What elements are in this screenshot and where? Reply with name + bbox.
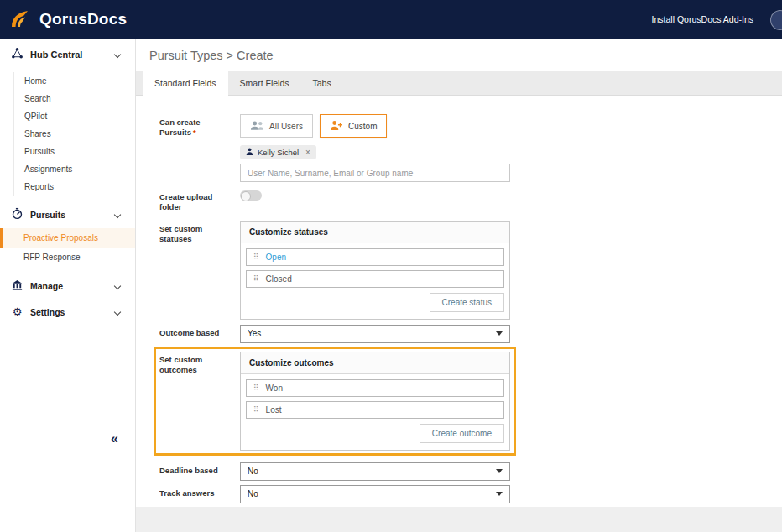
chevron-down-icon bbox=[114, 282, 121, 289]
deadline-based-dropdown[interactable]: No bbox=[240, 462, 510, 481]
page-header: Pursuit Types > Create bbox=[136, 39, 782, 71]
custom-button[interactable]: Custom bbox=[320, 114, 387, 138]
tab-tabs[interactable]: Tabs bbox=[300, 71, 342, 95]
outcome-item-lost[interactable]: ⠿ Lost bbox=[246, 401, 504, 419]
sidebar-item-rfp-response[interactable]: RFP Response bbox=[0, 248, 135, 267]
status-item-label: Closed bbox=[266, 274, 292, 284]
outcome-based-row: Outcome based Yes bbox=[159, 325, 782, 343]
sidebar-item-pursuits[interactable]: Pursuits bbox=[14, 143, 135, 160]
outcome-item-label: Lost bbox=[266, 405, 282, 415]
install-addins-link[interactable]: Install QorusDocs Add-Ins bbox=[652, 0, 753, 39]
pursuits-sub-list: Proactive Proposals RFP Response bbox=[0, 228, 135, 267]
track-answers-value: No bbox=[248, 489, 258, 498]
manage-icon bbox=[11, 279, 23, 293]
person-add-icon bbox=[330, 120, 343, 133]
breadcrumb[interactable]: Pursuit Types > Create bbox=[149, 49, 274, 62]
sidebar-item-assignments[interactable]: Assignments bbox=[14, 160, 135, 178]
sidebar-item-home[interactable]: Home bbox=[14, 72, 135, 90]
track-answers-label: Track answers bbox=[159, 485, 240, 503]
caret-down-icon bbox=[496, 492, 503, 496]
person-icon bbox=[246, 148, 253, 157]
drag-handle-icon[interactable]: ⠿ bbox=[253, 253, 259, 261]
sidebar-item-search[interactable]: Search bbox=[14, 90, 135, 107]
can-create-row: Can create Pursuits* bbox=[159, 114, 782, 182]
form-card: Can create Pursuits* bbox=[136, 96, 782, 507]
custom-statuses-row: Set custom statuses Customize statuses ⠿… bbox=[159, 221, 782, 320]
user-chip: Kelly Sichel × bbox=[240, 145, 316, 159]
deadline-based-value: No bbox=[248, 467, 258, 476]
drag-handle-icon[interactable]: ⠿ bbox=[253, 275, 259, 283]
users-group-icon bbox=[250, 120, 264, 133]
sidebar: Hub Central Home Search QPilot Shares Pu… bbox=[0, 39, 136, 532]
qorusdocs-logo-icon bbox=[10, 9, 32, 29]
pursuit-type-form: Can create Pursuits* bbox=[136, 96, 782, 507]
sidebar-section-manage[interactable]: Manage bbox=[0, 272, 135, 300]
settings-section-label: Settings bbox=[30, 307, 65, 317]
sidebar-item-proactive-proposals[interactable]: Proactive Proposals bbox=[0, 228, 135, 248]
caret-down-icon bbox=[496, 469, 503, 473]
chevron-down-icon bbox=[114, 211, 121, 217]
custom-outcomes-label: Set custom outcomes bbox=[159, 352, 240, 451]
statuses-panel-title: Customize statuses bbox=[241, 222, 509, 243]
outcomes-panel: Customize outcomes ⠿ Won ⠿ Lost bbox=[240, 352, 510, 451]
status-item-label: Open bbox=[266, 253, 286, 262]
gear-icon: ⚙ bbox=[11, 306, 23, 317]
all-users-button[interactable]: All Users bbox=[240, 114, 313, 138]
top-bar: QorusDocs Install QorusDocs Add-Ins bbox=[0, 0, 782, 39]
sidebar-item-qpilot[interactable]: QPilot bbox=[14, 107, 135, 125]
main-area: Pursuit Types > Create Standard Fields S… bbox=[136, 39, 782, 532]
hub-nav-list: Home Search QPilot Shares Pursuits Assig… bbox=[13, 72, 135, 196]
chip-remove-icon[interactable]: × bbox=[305, 148, 310, 157]
create-outcome-button[interactable]: Create outcome bbox=[420, 424, 504, 443]
hub-central-label: Hub Central bbox=[30, 50, 82, 60]
outcome-based-label: Outcome based bbox=[159, 325, 240, 343]
sidebar-collapse-button[interactable]: « bbox=[111, 431, 118, 446]
required-asterisk: * bbox=[193, 128, 196, 137]
sidebar-section-settings[interactable]: ⚙ Settings bbox=[0, 300, 135, 324]
drag-handle-icon[interactable]: ⠿ bbox=[253, 406, 259, 414]
upload-folder-label: Create upload folder bbox=[159, 189, 240, 213]
custom-statuses-label: Set custom statuses bbox=[159, 221, 240, 320]
statuses-panel: Customize statuses ⠿ Open ⠿ Closed bbox=[240, 221, 510, 320]
topbar-divider bbox=[764, 8, 764, 31]
deadline-based-label: Deadline based bbox=[159, 462, 240, 481]
outcome-based-dropdown[interactable]: Yes bbox=[240, 325, 510, 343]
manage-section-label: Manage bbox=[30, 281, 63, 291]
profile-avatar[interactable] bbox=[770, 10, 782, 30]
pursuits-section-label: Pursuits bbox=[30, 210, 65, 220]
sidebar-item-shares[interactable]: Shares bbox=[14, 125, 135, 143]
pursuits-icon bbox=[11, 207, 23, 222]
custom-label: Custom bbox=[348, 122, 377, 131]
tab-strip: Standard Fields Smart Fields Tabs bbox=[136, 71, 782, 96]
tab-smart-fields[interactable]: Smart Fields bbox=[228, 71, 301, 95]
can-create-label: Can create Pursuits* bbox=[159, 114, 240, 182]
chevron-down-icon bbox=[114, 308, 121, 315]
hub-central-menu[interactable]: Hub Central bbox=[0, 39, 135, 69]
custom-outcomes-highlight-box: Set custom outcomes Customize outcomes ⠿… bbox=[154, 347, 516, 456]
brand-title: QorusDocs bbox=[39, 10, 127, 29]
hub-central-icon bbox=[11, 47, 23, 61]
drag-handle-icon[interactable]: ⠿ bbox=[253, 384, 259, 392]
caret-down-icon bbox=[496, 331, 503, 336]
chip-user-name: Kelly Sichel bbox=[258, 148, 299, 157]
deadline-based-row: Deadline based No bbox=[159, 462, 782, 481]
tab-standard-fields[interactable]: Standard Fields bbox=[143, 71, 228, 96]
chevron-down-icon bbox=[114, 50, 121, 57]
upload-folder-row: Create upload folder bbox=[159, 189, 782, 213]
outcome-item-label: Won bbox=[266, 383, 283, 393]
sidebar-section-pursuits[interactable]: Pursuits bbox=[0, 201, 135, 228]
all-users-label: All Users bbox=[269, 122, 303, 131]
upload-folder-toggle[interactable] bbox=[240, 190, 262, 201]
sidebar-item-reports[interactable]: Reports bbox=[14, 178, 135, 196]
outcome-based-value: Yes bbox=[248, 329, 261, 338]
status-item-open[interactable]: ⠿ Open bbox=[246, 248, 504, 266]
user-search-input[interactable] bbox=[240, 164, 510, 182]
create-status-button[interactable]: Create status bbox=[430, 293, 504, 312]
track-answers-dropdown[interactable]: No bbox=[240, 485, 510, 503]
track-answers-row: Track answers No bbox=[159, 485, 782, 503]
status-item-closed[interactable]: ⠿ Closed bbox=[246, 270, 504, 288]
outcome-item-won[interactable]: ⠿ Won bbox=[246, 379, 504, 397]
outcomes-panel-title: Customize outcomes bbox=[241, 352, 509, 374]
